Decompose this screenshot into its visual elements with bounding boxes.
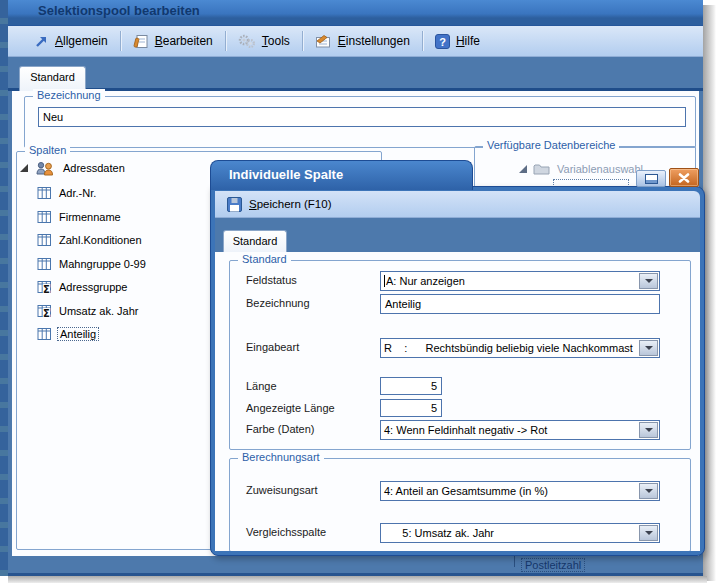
dialog-window: Speichern (F10) Standard Standard Feldst… xyxy=(210,186,705,556)
tree-item[interactable]: Mahngruppe 0-99 xyxy=(37,256,148,272)
angezeigte-laenge-label: Angezeigte Länge xyxy=(246,402,335,414)
expander-expanded-icon[interactable] xyxy=(19,163,29,173)
floppy-disk-icon xyxy=(227,197,242,212)
close-icon xyxy=(678,173,690,183)
group-spalten-label: Spalten xyxy=(25,144,70,156)
tree-item[interactable]: Adr.-Nr. xyxy=(37,185,98,201)
dialog-group-standard: Standard Feldstatus A: Nur anzeigen Beze… xyxy=(229,260,691,450)
dialog-group-standard-label: Standard xyxy=(238,253,291,265)
expander-expanded-icon[interactable] xyxy=(518,164,528,174)
dialog-tabstrip: Standard xyxy=(215,218,700,252)
main-toolbar: Allgemein Bearbeiten xyxy=(8,26,703,57)
tree-node-label[interactable]: Adressdaten xyxy=(61,162,127,174)
tree-item-selected[interactable]: Anteilig xyxy=(37,326,99,342)
chevron-down-icon xyxy=(645,531,653,535)
table-column-icon xyxy=(37,186,52,200)
farbe-combobox[interactable]: 4: Wenn Feldinhalt negativ -> Rot xyxy=(380,420,660,440)
table-column-icon xyxy=(37,327,52,341)
tree-item[interactable]: Σ Adressgruppe xyxy=(37,279,130,295)
dropdown-button[interactable] xyxy=(639,273,658,289)
edit-note-icon xyxy=(133,34,149,49)
tree-connector-line xyxy=(514,556,516,567)
laenge-label: Länge xyxy=(246,380,277,392)
users-icon xyxy=(34,161,56,176)
feldstatus-label: Feldstatus xyxy=(246,274,297,286)
bezeichnung-field-input[interactable]: Anteilig xyxy=(380,294,660,314)
folder-icon xyxy=(533,163,550,175)
group-bezeichnung-label: Bezeichnung xyxy=(33,89,105,101)
close-button[interactable] xyxy=(669,168,699,187)
dialog-toolbar: Speichern (F10) xyxy=(215,191,700,218)
screen: Selektionspool bearbeiten Allgemein Bear… xyxy=(0,0,717,587)
dialog-group-berechnungsart-label: Berechnungsart xyxy=(238,451,324,463)
restore-icon xyxy=(645,174,658,184)
bezeichnung-input[interactable]: Neu xyxy=(38,107,686,127)
tree-node-variablenauswahl[interactable]: Variablenauswahl xyxy=(518,161,645,177)
svg-text:Σ: Σ xyxy=(43,308,50,318)
dropdown-button[interactable] xyxy=(639,422,658,438)
table-column-icon xyxy=(37,233,52,247)
tab-standard-dialog[interactable]: Standard xyxy=(223,230,287,252)
background-window-sliver xyxy=(0,0,8,576)
svg-text:?: ? xyxy=(439,35,446,47)
tree-item[interactable]: Σ Umsatz ak. Jahr xyxy=(37,303,140,319)
main-window-bottom-edge xyxy=(8,556,703,576)
toolbar-item-bearbeiten[interactable]: Bearbeiten xyxy=(125,31,221,52)
chevron-down-icon xyxy=(645,279,653,283)
save-button[interactable]: Speichern (F10) xyxy=(249,198,331,210)
tree-item[interactable]: Zahl.Konditionen xyxy=(37,232,144,248)
eingabeart-combobox[interactable]: R : Rechtsbündig beliebig viele Nachkomm… xyxy=(380,338,660,358)
dialog-title: Individuelle Spalte xyxy=(229,167,343,182)
main-tabstrip xyxy=(8,58,703,91)
dropdown-button[interactable] xyxy=(639,525,658,541)
table-column-icon xyxy=(37,210,52,224)
chevron-down-icon xyxy=(645,428,653,432)
tree-item-postleitzahl[interactable]: Postleitzahl xyxy=(521,558,585,572)
gears-icon xyxy=(238,34,256,49)
toolbar-separator xyxy=(302,31,303,51)
group-datenbereiche-label: Verfügbare Datenbereiche xyxy=(483,139,619,151)
dialog-tab-page: Standard Feldstatus A: Nur anzeigen Beze… xyxy=(215,252,700,551)
text-caret xyxy=(384,275,385,287)
toolbar-separator xyxy=(120,31,121,51)
svg-text:Σ: Σ xyxy=(43,284,50,294)
zuweisungsart-label: Zuweisungsart xyxy=(246,484,318,496)
window-shadow xyxy=(8,576,707,583)
main-titlebar[interactable]: Selektionspool bearbeiten xyxy=(8,0,703,26)
tab-standard-main[interactable]: Standard xyxy=(19,66,86,91)
toolbar-separator xyxy=(422,31,423,51)
laenge-input[interactable]: 5 xyxy=(380,377,442,395)
dialog-titlebar[interactable]: Individuelle Spalte xyxy=(210,160,473,190)
dropdown-button[interactable] xyxy=(639,340,658,356)
arrow-up-right-icon xyxy=(34,34,49,49)
eingabeart-label: Eingabeart xyxy=(246,341,299,353)
table-column-sum-icon: Σ xyxy=(37,304,52,318)
vergleichsspalte-combobox[interactable]: 5: Umsatz ak. Jahr xyxy=(380,523,660,543)
toolbar-item-allgemein[interactable]: Allgemein xyxy=(26,31,116,52)
restore-window-button[interactable] xyxy=(636,170,666,187)
table-column-sum-icon: Σ xyxy=(37,280,52,294)
feldstatus-combobox[interactable]: A: Nur anzeigen xyxy=(380,271,660,291)
table-column-icon xyxy=(37,257,52,271)
toolbar-item-hilfe[interactable]: ? Hilfe xyxy=(427,31,488,52)
help-icon: ? xyxy=(435,34,450,49)
bezeichnung-field-label: Bezeichnung xyxy=(246,297,310,309)
tree-node-adressdaten[interactable]: Adressdaten xyxy=(19,160,127,176)
farbe-label: Farbe (Daten) xyxy=(246,423,314,435)
toolbar-item-einstellungen[interactable]: Einstellungen xyxy=(307,31,418,51)
chevron-down-icon xyxy=(645,489,653,493)
dropdown-button[interactable] xyxy=(639,483,658,499)
angezeigte-laenge-input[interactable]: 5 xyxy=(380,399,442,417)
main-window-title: Selektionspool bearbeiten xyxy=(38,3,200,18)
tree-item[interactable]: Firmenname xyxy=(37,209,123,225)
toolbar-separator xyxy=(225,31,226,51)
dialog-group-berechnungsart: Berechnungsart Zuweisungsart 4: Anteil a… xyxy=(229,458,691,551)
chevron-down-icon xyxy=(645,346,653,350)
vergleichsspalte-label: Vergleichsspalte xyxy=(246,526,326,538)
zuweisungsart-combobox[interactable]: 4: Anteil an Gesamtsumme (in %) xyxy=(380,481,660,501)
toolbar-item-tools[interactable]: Tools xyxy=(230,31,298,52)
settings-form-icon xyxy=(315,34,332,48)
